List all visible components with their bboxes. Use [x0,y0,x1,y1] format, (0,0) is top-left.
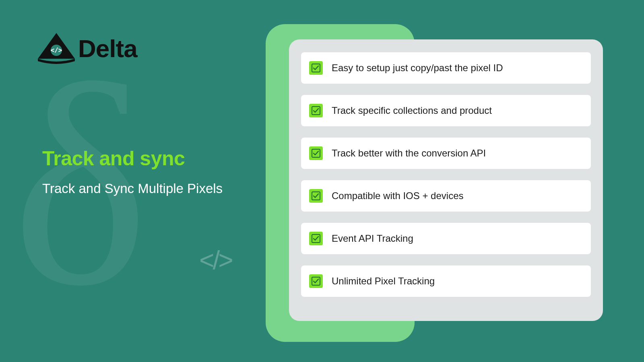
feature-label: Track specific collections and product [332,105,492,116]
feature-label: Compatible with IOS + devices [332,190,463,202]
feature-item: Event API Tracking [301,223,591,254]
hero-headline: Track and sync [42,147,185,170]
brand-name: Delta [78,34,137,63]
svg-text:</>: </> [51,46,62,54]
feature-item: Easy to setup just copy/past the pixel I… [301,52,591,84]
delta-logo-icon: </> [36,32,76,64]
hero-subheadline: Track and Sync Multiple Pixels [42,181,223,196]
checkbox-checked-icon [309,232,323,245]
feature-item: Unlimited Pixel Tracking [301,265,591,297]
feature-card: Easy to setup just copy/past the pixel I… [289,39,603,321]
checkbox-checked-icon [309,61,323,75]
checkbox-checked-icon [309,189,323,203]
feature-item: Track specific collections and product [301,95,591,126]
feature-label: Event API Tracking [332,233,413,244]
brand-logo: </> Delta [36,32,137,64]
feature-item: Track better with the conversion API [301,138,591,169]
feature-label: Unlimited Pixel Tracking [332,276,435,287]
feature-item: Compatible with IOS + devices [301,180,591,212]
feature-label: Easy to setup just copy/past the pixel I… [332,62,503,74]
checkbox-checked-icon [309,146,323,160]
feature-label: Track better with the conversion API [332,148,486,159]
checkbox-checked-icon [309,104,323,117]
code-bracket-icon: </> [199,245,232,275]
checkbox-checked-icon [309,274,323,288]
